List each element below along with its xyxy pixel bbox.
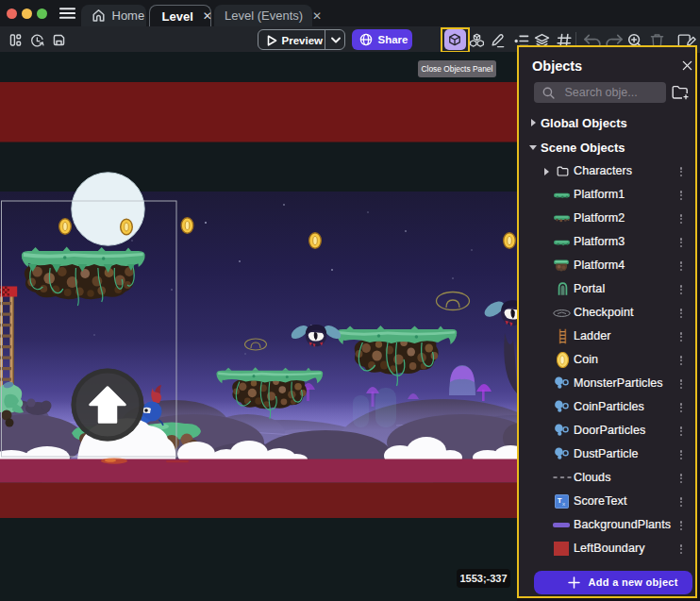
svg-text:T: T [558,496,562,505]
